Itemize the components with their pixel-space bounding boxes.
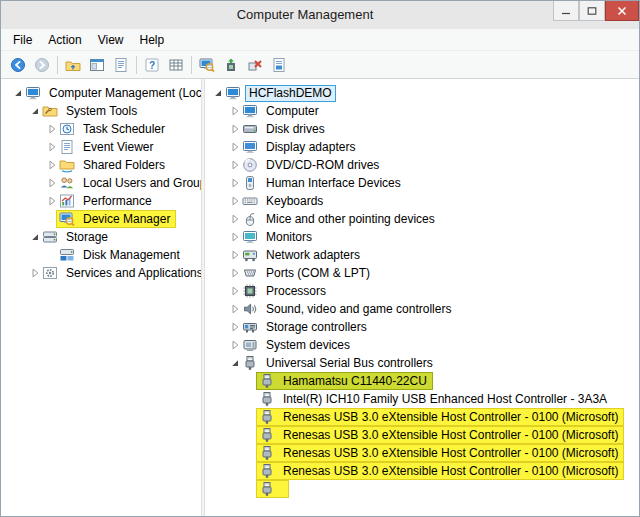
tree-item-monitors[interactable]: Monitors [205, 228, 639, 246]
folder-tools-icon [42, 103, 58, 119]
expand-toggle-icon[interactable] [228, 264, 242, 282]
update-driver-button[interactable] [219, 53, 243, 77]
expand-toggle-icon[interactable] [45, 120, 59, 138]
minimize-icon [561, 6, 571, 16]
task-scheduler-icon [59, 121, 75, 137]
tree-item[interactable] [205, 480, 639, 498]
menu-item-help[interactable]: Help [132, 29, 173, 51]
caption-buttons [553, 1, 639, 21]
tree-item-shared-folders[interactable]: Shared Folders [1, 156, 201, 174]
menu-item-action[interactable]: Action [40, 29, 89, 51]
expand-toggle-icon[interactable] [228, 282, 242, 300]
device-properties-button[interactable] [267, 53, 291, 77]
back-button[interactable] [6, 53, 30, 77]
tree-item-processors[interactable]: Processors [205, 282, 639, 300]
expand-toggle-icon[interactable] [228, 102, 242, 120]
performance-icon [59, 193, 75, 209]
tree-item-computer[interactable]: Computer [205, 102, 639, 120]
help-button[interactable]: ? [140, 53, 164, 77]
tree-item-computer-management-local[interactable]: Computer Management (Local [1, 84, 201, 102]
menu-item-view[interactable]: View [90, 29, 132, 51]
collapse-toggle-icon[interactable] [28, 228, 42, 246]
tree-item-dvd-cd-rom-drives[interactable]: DVD/CD-ROM drives [205, 156, 639, 174]
tree-item-display-adapters[interactable]: Display adapters [205, 138, 639, 156]
expand-toggle-icon[interactable] [228, 318, 242, 336]
expander-spacer [45, 246, 59, 264]
collapse-toggle-icon[interactable] [11, 84, 25, 102]
annotation-highlight: Renesas USB 3.0 eXtensible Host Controll… [257, 445, 623, 461]
expand-toggle-icon[interactable] [228, 246, 242, 264]
tree-item-network-adapters[interactable]: Network adapters [205, 246, 639, 264]
expand-toggle-icon[interactable] [228, 174, 242, 192]
tree-item-system-tools[interactable]: System Tools [1, 102, 201, 120]
tree-item-disk-management[interactable]: Disk Management [1, 246, 201, 264]
expand-toggle-icon[interactable] [45, 192, 59, 210]
expand-toggle-icon[interactable] [228, 300, 242, 318]
annotation-highlight: Device Manager [57, 211, 175, 227]
tree-item-system-devices[interactable]: System devices [205, 336, 639, 354]
export-list-button[interactable] [164, 53, 188, 77]
tree-item-sound-video-and-game-controllers[interactable]: Sound, video and game controllers [205, 300, 639, 318]
tree-item-storage[interactable]: Storage [1, 228, 201, 246]
forward-button[interactable] [30, 53, 54, 77]
expand-toggle-icon[interactable] [45, 174, 59, 192]
tree-item-renesas-usb-3-0-extensible-host-controll[interactable]: Renesas USB 3.0 eXtensible Host Controll… [205, 444, 639, 462]
expand-toggle-icon[interactable] [228, 228, 242, 246]
expand-toggle-icon[interactable] [228, 138, 242, 156]
collapse-toggle-icon[interactable] [211, 84, 225, 102]
close-button[interactable] [605, 1, 639, 21]
expand-toggle-icon[interactable] [228, 210, 242, 228]
tree-item-intel-r-ich10-family-usb-enhanced-host-c[interactable]: Intel(R) ICH10 Family USB Enhanced Host … [205, 390, 639, 408]
tree-item-label: Device Manager [80, 212, 173, 227]
tree-item-human-interface-devices[interactable]: Human Interface Devices [205, 174, 639, 192]
menu-bar: FileActionViewHelp [1, 29, 639, 51]
minimize-button[interactable] [553, 1, 579, 21]
tree-item-performance[interactable]: Performance [1, 192, 201, 210]
device-properties-icon [271, 57, 287, 73]
tree-item-task-scheduler[interactable]: Task Scheduler [1, 120, 201, 138]
title-bar[interactable]: Computer Management [1, 1, 639, 29]
tree-item-renesas-usb-3-0-extensible-host-controll[interactable]: Renesas USB 3.0 eXtensible Host Controll… [205, 462, 639, 480]
collapse-toggle-icon[interactable] [228, 354, 242, 372]
expand-toggle-icon[interactable] [228, 192, 242, 210]
tree-item-hamamatsu-c11440-22cu[interactable]: Hamamatsu C11440-22CU [205, 372, 639, 390]
tree-item-hcflashdemo[interactable]: HCFlashDEMO [205, 84, 639, 102]
tree-item-ports-com-lpt[interactable]: Ports (COM & LPT) [205, 264, 639, 282]
uninstall-device-button[interactable] [243, 53, 267, 77]
tree-item-event-viewer[interactable]: Event Viewer [1, 138, 201, 156]
device-tree-pane: HCFlashDEMOComputerDisk drivesDisplay ad… [205, 79, 639, 516]
collapse-toggle-icon[interactable] [28, 102, 42, 120]
scan-hardware-changes-button[interactable] [195, 53, 219, 77]
usb-device-icon [259, 409, 275, 425]
tree-item-renesas-usb-3-0-extensible-host-controll[interactable]: Renesas USB 3.0 eXtensible Host Controll… [205, 426, 639, 444]
expand-toggle-icon[interactable] [28, 264, 42, 282]
expand-toggle-icon[interactable] [228, 120, 242, 138]
annotation-highlight [257, 481, 288, 497]
expand-toggle-icon[interactable] [45, 156, 59, 174]
properties-page-button[interactable] [109, 53, 133, 77]
show-console-tree-button[interactable] [85, 53, 109, 77]
tree-item-services-and-applications[interactable]: Services and Applications [1, 264, 201, 282]
processor-icon [242, 283, 258, 299]
up-level-button[interactable] [61, 53, 85, 77]
annotation-highlight: Renesas USB 3.0 eXtensible Host Controll… [257, 409, 623, 425]
tree-item-renesas-usb-3-0-extensible-host-controll[interactable]: Renesas USB 3.0 eXtensible Host Controll… [205, 408, 639, 426]
expander-spacer [245, 390, 259, 408]
update-driver-icon [223, 57, 239, 73]
tree-item-keyboards[interactable]: Keyboards [205, 192, 639, 210]
toolbar: ? [1, 51, 639, 79]
expand-toggle-icon[interactable] [228, 156, 242, 174]
tree-item-label: Sound, video and game controllers [263, 302, 454, 317]
tree-item-local-users-and-groups[interactable]: Local Users and Groups [1, 174, 201, 192]
maximize-button[interactable] [579, 1, 605, 21]
menu-item-file[interactable]: File [5, 29, 40, 51]
tree-item-device-manager[interactable]: Device Manager [1, 210, 201, 228]
tree-item-universal-serial-bus-controllers[interactable]: Universal Serial Bus controllers [205, 354, 639, 372]
tree-item-storage-controllers[interactable]: Storage controllers [205, 318, 639, 336]
tree-item-disk-drives[interactable]: Disk drives [205, 120, 639, 138]
expand-toggle-icon[interactable] [45, 138, 59, 156]
annotation-highlight: Renesas USB 3.0 eXtensible Host Controll… [257, 463, 623, 479]
tree-item-mice-and-other-pointing-devices[interactable]: Mice and other pointing devices [205, 210, 639, 228]
usb-device-icon [259, 427, 275, 443]
expand-toggle-icon[interactable] [228, 336, 242, 354]
